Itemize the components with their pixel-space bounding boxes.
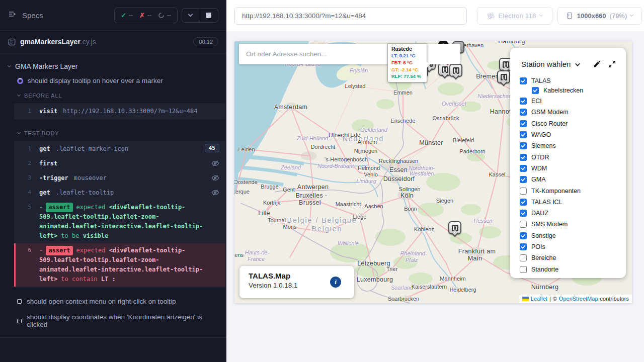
stop-button[interactable] xyxy=(199,9,218,22)
checkbox-checked[interactable] xyxy=(520,243,527,250)
checkbox-checked[interactable] xyxy=(520,142,527,149)
map-label: Trier xyxy=(386,266,397,272)
station-checkbox-row[interactable]: TALAS ICL xyxy=(520,197,626,208)
station-checkbox-row[interactable]: GSM Modem xyxy=(520,107,626,118)
checkbox-checked[interactable] xyxy=(520,154,527,161)
specs-menu-icon[interactable] xyxy=(8,10,16,20)
command-row[interactable]: 1get.leaflet-marker-icon45 xyxy=(14,142,225,156)
command-row[interactable]: 1visithttp://192.168.10.33:3000/?m=12&u=… xyxy=(14,104,225,119)
command-name: first xyxy=(39,160,57,167)
edit-pencil-icon[interactable] xyxy=(593,60,601,68)
checkbox-checked[interactable] xyxy=(520,120,527,127)
station-checkbox-label: WDM xyxy=(531,165,547,172)
checkbox-unchecked[interactable] xyxy=(520,266,527,273)
station-checkbox-row[interactable]: SMS Modem xyxy=(520,219,626,230)
url-bar[interactable] xyxy=(234,7,467,25)
checkbox-checked[interactable] xyxy=(520,98,527,105)
active-test-row[interactable]: should display tooltip on hover over a m… xyxy=(0,74,226,88)
chevron-down-icon xyxy=(188,12,193,17)
station-checkbox-row[interactable]: Sonstige xyxy=(520,230,626,241)
map-label: Solingen xyxy=(399,186,421,192)
map-label: Arnhem xyxy=(358,139,377,145)
viewport-size: 1000x660 xyxy=(577,12,606,20)
station-checkbox-row[interactable]: GMA xyxy=(520,174,626,185)
command-row[interactable]: 4get.leaflet-tooltip xyxy=(14,186,225,200)
map-label: Rheinland- xyxy=(400,250,427,256)
station-marker[interactable] xyxy=(497,70,510,85)
station-checkbox-row[interactable]: ECI xyxy=(520,96,626,107)
expand-icon[interactable] xyxy=(608,60,616,68)
map-label: Westfalen xyxy=(410,170,434,176)
station-checkbox-row[interactable]: Standorte xyxy=(520,263,626,275)
map-label: Emmen xyxy=(393,89,413,96)
map-label: Dunkerque xyxy=(234,189,250,195)
map-label: Hamburg xyxy=(498,41,525,45)
url-input[interactable] xyxy=(242,12,459,20)
station-checkbox-row[interactable]: DAUZ xyxy=(520,208,626,219)
station-checkbox-row[interactable]: WDM xyxy=(520,163,626,174)
map-label: Antwerpen xyxy=(297,184,329,191)
aut-topbar: Electron 118 1000x660 (79%) xyxy=(226,0,644,31)
test-stats[interactable]: ✓-- ✗-- -- xyxy=(114,8,178,23)
station-checkbox-row[interactable]: Siemens xyxy=(520,140,626,151)
test-body-section[interactable]: TEST BODY xyxy=(0,126,226,139)
map-label: Enschede xyxy=(391,118,416,124)
collapse-button[interactable] xyxy=(182,9,199,22)
pending-test-row[interactable]: should display coordinates when 'Koordin… xyxy=(0,309,226,332)
assert-text: expected xyxy=(76,247,109,254)
leaflet-map[interactable]: FryslânNoord-HollandLelystadAmsterdamLei… xyxy=(234,41,632,303)
command-row[interactable]: 6-assertexpected <div#leaflet-tooltip-50… xyxy=(14,243,225,287)
checkbox-unchecked[interactable] xyxy=(520,221,527,228)
browser-select[interactable]: Electron 118 xyxy=(477,7,552,25)
station-checkbox-row[interactable]: Bereiche xyxy=(520,252,626,263)
checkbox-checked[interactable] xyxy=(520,131,527,138)
station-checkbox-row[interactable]: Cisco Router xyxy=(520,118,626,129)
station-marker[interactable] xyxy=(449,64,462,78)
checkbox-checked[interactable] xyxy=(520,199,527,206)
viewport-select[interactable]: 1000x660 (79%) xyxy=(557,7,642,25)
map-label: Aachen xyxy=(364,203,383,209)
assert-dash: - xyxy=(39,204,43,211)
suite-row[interactable]: GMA Markers Layer xyxy=(0,58,226,74)
map-attribution: Leaflet | © OpenStreetMap contributors xyxy=(519,295,632,303)
station-checkbox-label: TALAS xyxy=(531,77,551,84)
info-icon[interactable]: i xyxy=(330,277,341,288)
command-row[interactable]: 3-triggermouseover xyxy=(14,171,225,186)
reporter-header: Specs ✓-- ✗-- -- xyxy=(0,0,226,31)
checkbox-checked[interactable] xyxy=(520,165,527,172)
map-search[interactable] xyxy=(239,44,460,64)
map-label: Dordrecht xyxy=(311,144,335,150)
command-row[interactable]: 5-assertexpected <div#leaflet-tooltip-50… xyxy=(14,200,225,243)
leaflet-link[interactable]: Leaflet xyxy=(531,296,547,302)
checkbox-checked[interactable] xyxy=(520,210,527,217)
command-row[interactable]: 2first xyxy=(14,156,225,171)
map-label: Lelystad xyxy=(345,83,366,89)
checkbox-unchecked[interactable] xyxy=(520,188,527,195)
map-label: Mons xyxy=(283,224,297,230)
station-checkbox-row[interactable]: WAGO xyxy=(520,129,626,140)
spec-file-row[interactable]: gmaMarkersLayer.cy.js 00:12 xyxy=(0,31,226,53)
hidden-eye-icon xyxy=(211,174,219,184)
station-marker[interactable] xyxy=(448,221,461,236)
station-checkbox-row[interactable]: Kabelstrecken xyxy=(520,86,626,96)
checkbox-unchecked[interactable] xyxy=(520,254,527,261)
refresh-icon xyxy=(158,12,165,19)
pending-test-row[interactable]: should open context menu on right-click … xyxy=(0,294,226,309)
station-checkbox-row[interactable]: POIs xyxy=(520,241,626,252)
chevron-down-icon xyxy=(539,13,543,17)
map-label: Maastricht xyxy=(336,201,361,207)
chevron-down-icon[interactable] xyxy=(575,61,580,66)
tooltip-title: Rastede xyxy=(391,46,423,52)
station-checkbox-row[interactable]: TALAS xyxy=(520,76,626,86)
checkbox-checked[interactable] xyxy=(532,87,539,94)
checkbox-checked[interactable] xyxy=(520,232,527,239)
stat-passed: ✓-- xyxy=(121,12,133,19)
command-message: -triggermouseover xyxy=(39,173,218,183)
station-checkbox-row[interactable]: TK-Komponenten xyxy=(520,185,626,196)
checkbox-checked[interactable] xyxy=(520,77,527,84)
checkbox-checked[interactable] xyxy=(520,109,527,116)
checkbox-checked[interactable] xyxy=(520,176,527,183)
station-checkbox-row[interactable]: OTDR xyxy=(520,151,626,162)
before-all-section[interactable]: BEFORE ALL xyxy=(0,88,226,102)
osm-link[interactable]: OpenStreetMap xyxy=(559,296,598,302)
